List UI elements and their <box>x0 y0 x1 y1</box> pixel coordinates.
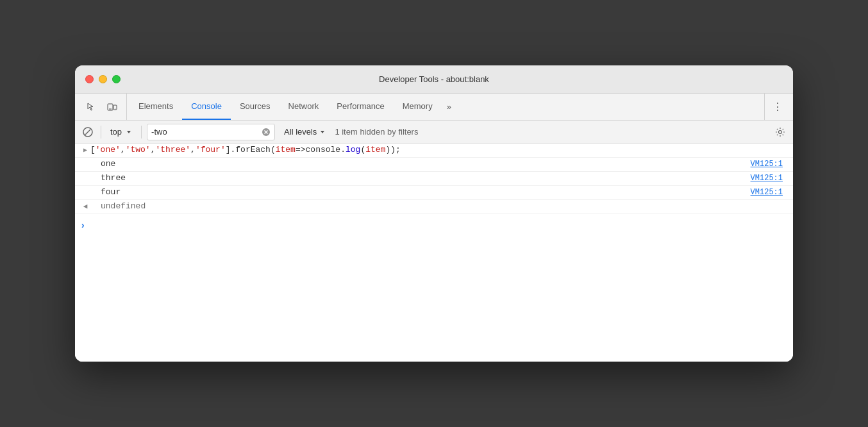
tab-elements[interactable]: Elements <box>129 94 182 120</box>
inspect-element-button[interactable] <box>83 98 101 116</box>
source-link-three[interactable]: VM125:1 <box>751 174 793 183</box>
traffic-lights <box>85 75 121 83</box>
window-title: Developer Tools - about:blank <box>379 74 489 84</box>
close-button[interactable] <box>85 75 94 83</box>
source-link-four[interactable]: VM125:1 <box>751 188 793 197</box>
filter-clear-button[interactable] <box>262 128 271 137</box>
tab-toolbar: Elements Console Sources Network Perform… <box>75 94 793 121</box>
log-levels-selector[interactable]: All levels <box>280 126 330 138</box>
svg-marker-10 <box>321 131 324 133</box>
levels-label: All levels <box>284 127 317 137</box>
code-bracket-open: [ <box>90 145 96 155</box>
toolbar-end: ⋮ <box>764 94 790 120</box>
execution-context-selector[interactable]: top <box>106 126 136 138</box>
console-output-line-three: three VM125:1 <box>75 172 793 186</box>
devtools-window: Developer Tools - about:blank <box>75 65 793 362</box>
context-label: top <box>110 127 122 137</box>
code-string-4: 'four' <box>196 145 226 155</box>
console-input-line: ▶ ['one','two','three','four'].forEach(i… <box>75 144 793 158</box>
console-output-line-four: four VM125:1 <box>75 186 793 200</box>
device-toolbar-button[interactable] <box>103 98 121 116</box>
filter-input[interactable] <box>151 127 262 137</box>
console-undefined-line: ◀ undefined <box>75 200 793 214</box>
tab-sources[interactable]: Sources <box>231 94 280 120</box>
output-text-four: four <box>101 187 121 197</box>
filter-input-wrapper <box>147 124 275 140</box>
code-console: console. <box>306 145 346 155</box>
source-link-one[interactable]: VM125:1 <box>751 160 793 169</box>
console-settings-button[interactable] <box>772 124 788 140</box>
code-log: log <box>346 145 360 155</box>
devtools-panel: Elements Console Sources Network Perform… <box>75 94 793 362</box>
code-param: item <box>276 145 296 155</box>
svg-marker-6 <box>127 131 131 133</box>
console-output-line-one: one VM125:1 <box>75 158 793 172</box>
code-string-1: 'one' <box>96 145 121 155</box>
expander-icon[interactable]: ▶ <box>80 146 90 154</box>
filter-status-text: 1 item hidden by filters <box>335 127 767 137</box>
tab-console[interactable]: Console <box>182 94 231 120</box>
tab-memory[interactable]: Memory <box>394 94 442 120</box>
console-output: ▶ ['one','two','three','four'].forEach(i… <box>75 144 793 362</box>
output-text-one: one <box>101 159 115 169</box>
console-prompt-line[interactable]: › <box>75 214 793 237</box>
toolbar-divider-1 <box>101 126 101 138</box>
tab-performance[interactable]: Performance <box>328 94 393 120</box>
code-string-3: 'three' <box>155 145 190 155</box>
console-toolbar: top All levels <box>75 121 793 144</box>
more-tabs-button[interactable]: » <box>442 94 456 120</box>
tab-network[interactable]: Network <box>280 94 328 120</box>
toolbar-divider-2 <box>141 126 142 138</box>
tabs-container: Elements Console Sources Network Perform… <box>129 94 762 120</box>
minimize-button[interactable] <box>99 75 107 83</box>
prompt-chevron: › <box>75 217 90 235</box>
return-icon: ◀ <box>80 202 90 210</box>
undefined-text: undefined <box>101 201 146 211</box>
levels-dropdown-icon <box>319 129 326 135</box>
svg-point-11 <box>779 130 782 133</box>
context-dropdown-icon <box>126 129 132 135</box>
titlebar: Developer Tools - about:blank <box>75 65 793 94</box>
clear-console-button[interactable] <box>80 124 96 140</box>
devtools-menu-button[interactable]: ⋮ <box>770 99 785 115</box>
output-text-three: three <box>101 173 126 183</box>
code-string-2: 'two' <box>126 145 151 155</box>
svg-line-5 <box>85 130 90 135</box>
toolbar-icon-group <box>78 94 127 120</box>
maximize-button[interactable] <box>112 75 121 83</box>
code-line-content: ['one','two','three','four'].forEach(ite… <box>90 145 793 155</box>
